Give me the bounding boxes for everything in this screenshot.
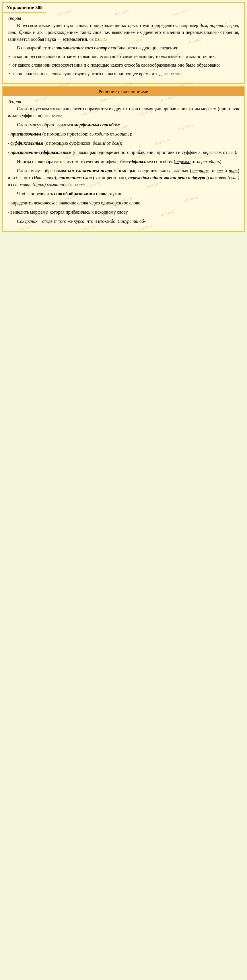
solution-dash-3: - приставочно-суффиксальным (с помощью о…	[8, 149, 239, 156]
exercise-bullet-3: какие родственные слова существуют у это…	[8, 70, 239, 77]
solution-para-5: Чтобы определить способ образования слов…	[8, 190, 239, 197]
solution-para-1: Слова в русском языке чаще всего образую…	[8, 105, 239, 119]
exercise-bullet-2: от какого слова или словосочетания и с п…	[8, 62, 239, 68]
exercise-title: Упражнение 308	[3, 3, 46, 13]
exercise-content: Теория В русском языке существуют слова,…	[3, 13, 244, 83]
exercise-theory-label: Теория	[8, 16, 239, 21]
solution-theory-label: Теория	[8, 99, 239, 104]
solution-dash-4: - определить лексическое значение слова …	[8, 200, 239, 207]
exercise-box: Упражнение 308 Теория В русском языке су…	[2, 2, 245, 84]
exercise-para-1: В русском языке существуют слова, происх…	[8, 22, 239, 43]
solution-dash-2: - суффиксальным (с помощью суффиксов: до…	[8, 140, 239, 147]
solution-dash-1: - приставочным (с помощью приставок: вых…	[8, 130, 239, 138]
solution-content: Теория Слова в русском языке чаще всего …	[3, 96, 244, 231]
solution-para-4: Слова могут образовываться сложением осн…	[8, 167, 239, 188]
solution-para-6: Сокурсник – студент того же курса, что и…	[8, 218, 239, 225]
solution-header: Решение с пояснениями	[3, 87, 244, 96]
solution-para-2: Слова могут образовываться морфемным спо…	[8, 121, 239, 128]
exercise-para-2: В словарной статье этимологического слов…	[8, 45, 239, 51]
solution-para-3: Иногда слово образуется путём отсечения …	[8, 158, 239, 165]
exercise-bullet-1: исконно русское слово или заимствованное…	[8, 53, 239, 60]
solution-box: Решение с пояснениями Теория Слова в рус…	[2, 86, 245, 232]
solution-dash-5: - выделить морфему, которая прибавилась …	[8, 209, 239, 216]
